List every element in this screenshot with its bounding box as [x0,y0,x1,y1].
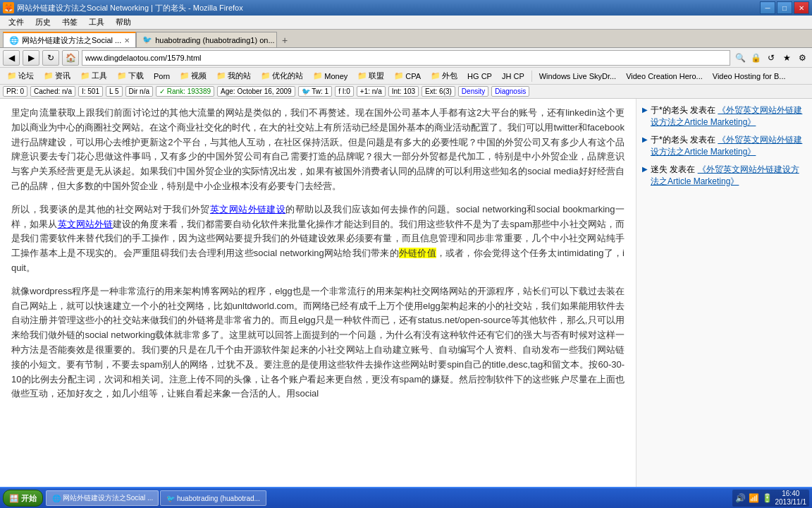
rank-badge: ✓ Rank: 193389 [156,86,214,97]
cached-badge: Cached: n/a [30,86,75,97]
age-badge: Age: October 16, 2009 [217,86,295,97]
bookmark-video-creation[interactable]: Video Creation Hero... [622,71,707,82]
reload-button[interactable]: ↻ [42,50,59,66]
system-clock: 16:40 2013/11/1 [775,490,807,507]
main-content: 里定向流量获取上跟我们前面讨论过的其他大流量的网站是类似的，我们不再赘述。现在国… [0,99,636,492]
bookmark-xiazai[interactable]: 📁下载 [113,69,148,83]
diagnosis-badge[interactable]: Diagnosis [491,86,529,97]
refresh-icon[interactable]: ↺ [764,51,778,65]
sidebar-author-2: 于*的老头 [651,135,688,145]
sidebar-author-1: 于*的老头 [651,105,688,115]
menu-history[interactable]: 历史 [30,16,56,29]
bookmark-jhcp[interactable]: JH CP [498,71,529,82]
tab-favicon-1: 🌐 [9,36,19,45]
paragraph-2: 所以，我要谈的是其他的社交网站对于我们外贸英文网站外链建设的帮助以及我们应该如何… [11,202,625,276]
tab-close-1[interactable]: ✕ [124,37,130,44]
forward-button[interactable]: ▶ [23,50,39,66]
taskbar-tray: 🔊 📶 🔋 16:40 2013/11/1 [732,490,810,507]
dir-badge: Dir n/a [125,86,153,97]
volume-icon[interactable]: 🔊 [735,493,746,503]
settings-icon[interactable]: ⚙ [795,51,809,65]
battery-icon: 🔋 [762,493,773,503]
tab-bar: 🌐 网站外链建设方法之Social ... ✕ 🐦 huabotrading (… [0,30,812,48]
bookmark-cpa[interactable]: 📁CPA [390,70,425,82]
tab-favicon-2: 🐦 [142,35,152,44]
sidebar-item-1: ▶ 于*的老头 发表在 《外贸英文网站外链建设方法之Article Market… [642,104,806,128]
menu-file[interactable]: 文件 [3,16,30,29]
bookmark-gongju[interactable]: 📁工具 [76,69,111,83]
paragraph-3: 就像wordpress程序是一种非常流行的用来架构博客网站的程序，elgg也是一… [11,284,625,401]
back-button[interactable]: ◀ [3,50,20,66]
ext-badge: Ext: 6(3) [422,86,455,97]
sidebar-text-3: 迷失 发表在 《外贸英文网站外链建设方法之Article Marketing》 [651,164,806,188]
sidebar-item-3: ▶ 迷失 发表在 《外贸英文网站外链建设方法之Article Marketing… [642,164,806,188]
taskbar: 🪟 开始 🌐 网站外链建设方法之Social ... 🐦 huabotradin… [0,487,812,508]
bookmark-video-hosting[interactable]: Video Hosting for B... [708,71,790,82]
window-titlebar: 🦊 网站外链建设方法之Social Networking | 丁的老头 - Mo… [0,0,812,16]
bookmark-lianmeng[interactable]: 📁联盟 [353,69,388,83]
window-title: 网站外链建设方法之Social Networking | 丁的老头 - Mozi… [17,3,243,13]
taskbar-item-2[interactable]: 🐦 huabotrading (huabotrad... [160,490,266,506]
search-icon[interactable]: 🔍 [733,51,747,65]
menubar: 文件 历史 书签 工具 帮助 [0,16,812,30]
bookmarks-bar: 📁论坛 📁资讯 📁工具 📁下载 Porn 📁视频 📁我的站 📁优化的站 📁Mon… [0,68,812,85]
bookmark-star-icon[interactable]: ★ [780,51,794,65]
l5-badge: L 5 [106,86,123,97]
menu-tools[interactable]: 工具 [83,16,110,29]
navbar: ◀ ▶ ↻ 🏠 🔍 🔒 ↺ ★ ⚙ [0,48,812,68]
taskbar-item-2-label: huabotrading (huabotrad... [177,495,260,502]
bookmark-zixun[interactable]: 📁资讯 [39,69,75,83]
network-icon[interactable]: 📶 [749,493,759,503]
bookmark-money[interactable]: 📁Money [309,70,352,82]
taskbar-item-1-label: 网站外链建设方法之Social ... [63,493,153,503]
clock-date: 2013/11/1 [775,498,807,507]
i-badge: I: 501 [78,86,103,97]
bookmark-porn[interactable]: Porn [149,71,174,82]
content-area: 里定向流量获取上跟我们前面讨论过的其他大流量的网站是类似的，我们不再赘述。现在国… [0,99,812,492]
sidebar: ▶ 于*的老头 发表在 《外贸英文网站外链建设方法之Article Market… [636,99,812,492]
density-badge[interactable]: Density [458,86,488,97]
paragraph-1: 里定向流量获取上跟我们前面讨论过的其他大流量的网站是类似的，我们不再赘述。现在国… [11,106,625,194]
bookmark-waibao[interactable]: 📁外包 [426,69,462,83]
close-button[interactable]: ✕ [794,1,809,14]
url-input[interactable] [82,50,730,66]
info-bar: PR: 0 Cached: n/a I: 501 L 5 Dir n/a ✓ R… [0,85,812,99]
sidebar-action-3: 发表在 [670,164,697,174]
security-icon: 🔒 [749,51,763,65]
sidebar-author-3: 迷失 [651,164,668,174]
start-button[interactable]: 🪟 开始 [3,490,43,507]
sidebar-action-2: 发表在 [690,135,718,145]
bookmark-optimize[interactable]: 📁优化的站 [257,69,307,83]
start-label: 开始 [21,493,37,504]
tab-1[interactable]: 🌐 网站外链建设方法之Social ... ✕ [3,32,136,47]
tab-2[interactable]: 🐦 huabotrading (huabotrading1) on... ✕ [136,32,277,47]
arrow-icon-3: ▶ [642,165,648,173]
link-wailian-1[interactable]: 英文网站外链建设 [210,204,285,214]
arrow-icon-2: ▶ [642,135,648,143]
plus1-badge: +1: n/a [357,86,386,97]
clock-time: 16:40 [775,490,807,498]
bookmark-luntan[interactable]: 📁论坛 [3,69,38,83]
sidebar-text-1: 于*的老头 发表在 《外贸英文网站外链建设方法之Article Marketin… [651,104,806,128]
pr-badge: PR: 0 [3,86,27,97]
home-button[interactable]: 🏠 [62,50,79,66]
arrow-icon-1: ▶ [642,106,648,114]
bookmark-mysite[interactable]: 📁我的站 [212,69,255,83]
tab-label-2: huabotrading (huabotrading1) on... [155,36,274,44]
menu-help[interactable]: 帮助 [110,16,137,29]
bookmark-video[interactable]: 📁视频 [176,69,211,83]
maximize-button[interactable]: □ [777,1,792,14]
new-tab-button[interactable]: + [277,33,293,47]
int-badge: Int: 103 [388,86,419,97]
sidebar-item-2: ▶ 于*的老头 发表在 《外贸英文网站外链建设方法之Article Market… [642,134,806,158]
highlight-wailian: 外链价值 [399,248,436,258]
bookmark-windows[interactable]: Windows Live SkyDr... [535,71,620,82]
link-wailian-2[interactable]: 英文网站外链 [58,219,113,229]
minimize-button[interactable]: ─ [760,1,775,14]
bookmark-hgcp[interactable]: HG CP [463,71,496,82]
tab-label-1: 网站外链建设方法之Social ... [22,35,121,46]
fb-badge: f I:0 [335,86,354,97]
taskbar-item-1[interactable]: 🌐 网站外链建设方法之Social ... [46,490,159,506]
taskbar-items: 🌐 网站外链建设方法之Social ... 🐦 huabotrading (hu… [46,490,730,506]
menu-bookmarks[interactable]: 书签 [56,16,83,29]
